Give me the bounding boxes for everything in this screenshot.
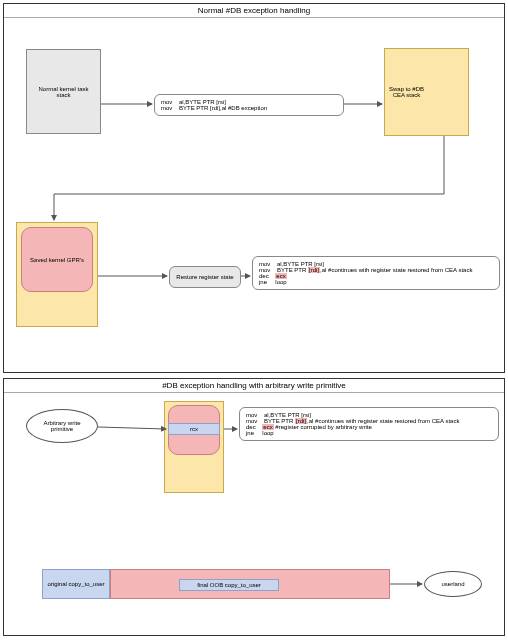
code3-line4: jne loop [246, 430, 492, 436]
box-original-copy: original copy_to_user [42, 569, 110, 599]
userland-label: userland [441, 581, 464, 587]
orig-copy-label: original copy_to_user [47, 581, 104, 587]
rcx-label: rcx [190, 426, 198, 432]
oob-copy-label: final OOB copy_to_user [197, 582, 261, 588]
restore-label: Restore register state [176, 274, 233, 280]
ellipse-userland: userland [424, 571, 482, 597]
box-cea-stack: Swap to #DB CEA stack [384, 48, 469, 136]
kernel-stack-label: Normal kernel task stack [38, 86, 88, 98]
code1-line2: mov BYTE PTR [rdi],al #DB exception [161, 105, 337, 111]
box-saved-gpr: Saved kernel GPR's [21, 227, 93, 292]
box-rcx-slot: rcx [168, 423, 220, 435]
section-normal-db: Normal #DB exception handling Normal ker… [3, 3, 505, 373]
section-arbitrary-write: #DB exception handling with arbitrary wr… [3, 378, 505, 636]
saved-gpr-label: Saved kernel GPR's [30, 257, 84, 263]
svg-line-4 [98, 427, 166, 429]
code-block-2: mov al,BYTE PTR [rsi] mov BYTE PTR [rdi]… [252, 256, 500, 290]
box-oob-copy-label: final OOB copy_to_user [179, 579, 279, 591]
cea-stack-label: Swap to #DB CEA stack [389, 86, 424, 98]
ellipse-arbitrary-write: Arbitrary write primitive [26, 409, 98, 443]
code2-line4: jne loop [259, 279, 493, 285]
section2-title: #DB exception handling with arbitrary wr… [4, 379, 504, 393]
code-block-1: mov al,BYTE PTR [rsi] mov BYTE PTR [rdi]… [154, 94, 344, 116]
section1-title: Normal #DB exception handling [4, 4, 504, 18]
code-block-3: mov al,BYTE PTR [rsi] mov BYTE PTR [rdi]… [239, 407, 499, 441]
box-kernel-stack: Normal kernel task stack [26, 49, 101, 134]
code2-line2: mov BYTE PTR [rdi],al #continues with re… [259, 267, 493, 273]
arb-write-label: Arbitrary write primitive [43, 420, 80, 432]
box-restore-state: Restore register state [169, 266, 241, 288]
